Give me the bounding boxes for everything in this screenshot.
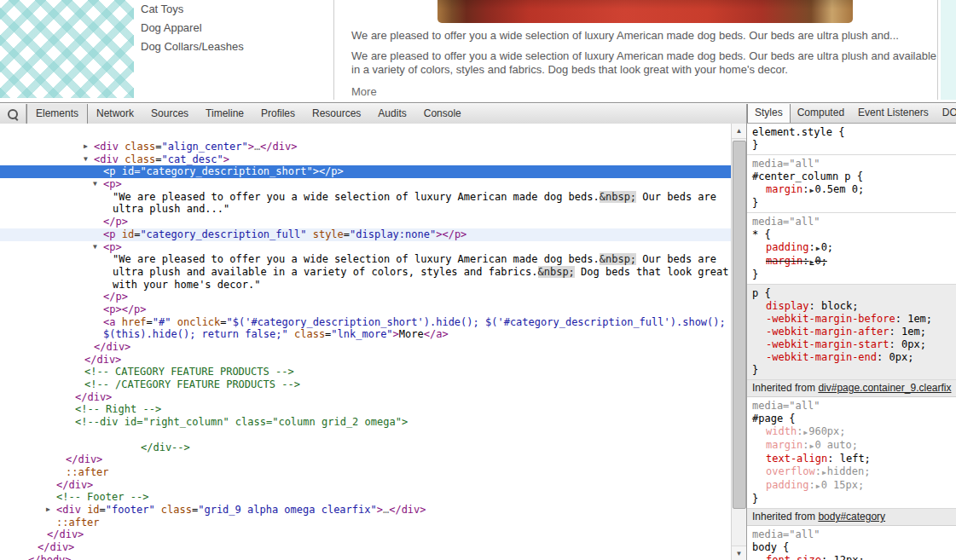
tree-row[interactable]: ultra plush and available in a variety o… — [0, 266, 731, 279]
code-segment: style — [313, 228, 344, 240]
tree-row[interactable]: <!-- CATEGORY FEATURE PRODUCTS --> — [0, 366, 731, 378]
inherited-node-link[interactable]: body#category — [818, 511, 885, 522]
tree-row[interactable]: with your home's decor." — [0, 279, 731, 292]
devtools-tab-console[interactable]: Console — [415, 104, 470, 124]
tree-row[interactable]: <p id="category_description_short"></p> — [0, 165, 731, 178]
expand-value-icon[interactable]: ▶ — [815, 482, 821, 490]
code-segment: &nbsp; — [600, 191, 636, 203]
tree-row[interactable]: </p> — [0, 291, 731, 303]
devtools-tab-profiles[interactable]: Profiles — [252, 104, 304, 124]
css-property[interactable]: display: block; — [752, 300, 956, 313]
css-property[interactable]: text-align: left; — [752, 453, 956, 465]
code-segment: href — [122, 316, 147, 328]
scrollbar-thumb[interactable] — [733, 141, 746, 509]
css-property-value: 0.5em 0; — [814, 183, 864, 195]
devtools-tab-resources[interactable]: Resources — [304, 104, 369, 124]
devtools-tab-elements[interactable]: Elements — [26, 104, 88, 124]
devtools-tab-network[interactable]: Network — [88, 104, 142, 124]
scroll-up-icon[interactable]: ▲ — [732, 124, 746, 139]
css-property[interactable]: -webkit-margin-end: 0px; — [752, 351, 956, 364]
tree-row[interactable] — [0, 429, 731, 442]
tree-row[interactable]: <p id="category_description_full" style=… — [0, 228, 731, 241]
css-property[interactable]: padding:▶0; — [752, 241, 956, 255]
css-property[interactable]: margin:▶0 auto; — [752, 439, 956, 453]
collapse-arrow-icon[interactable]: ▼ — [93, 241, 97, 254]
sidebar-tab-computed[interactable]: Computed — [791, 104, 851, 123]
tree-row[interactable]: </div> — [0, 479, 731, 492]
css-property[interactable]: -webkit-margin-start: 0px; — [752, 338, 956, 351]
css-property[interactable]: font-size: 12px; — [752, 554, 956, 560]
css-property[interactable]: padding:▶0 15px; — [752, 479, 956, 493]
nav-link-dog-collars-leashes[interactable]: Dog Collars/Leashes — [141, 38, 244, 57]
more-link[interactable]: More — [351, 85, 377, 99]
expand-arrow-icon[interactable]: ▶ — [84, 141, 88, 153]
css-selector[interactable]: element.style { — [752, 126, 956, 139]
tree-row[interactable]: <!-- Footer --> — [0, 491, 731, 504]
css-property[interactable]: margin:▶0; — [752, 255, 956, 268]
elements-scrollbar[interactable]: ▲ ▼ — [731, 124, 746, 560]
collapse-arrow-icon[interactable]: ▼ — [84, 153, 88, 166]
tree-row[interactable]: ultra plush and..." — [0, 203, 731, 216]
devtools-tab-sources[interactable]: Sources — [142, 104, 197, 124]
code-segment: </div> — [47, 528, 84, 540]
code-segment — [306, 228, 312, 240]
tree-row[interactable]: </div> — [0, 341, 731, 354]
tree-row[interactable]: "We are pleased to offer you a wide sele… — [0, 191, 731, 204]
tree-row[interactable]: ▼<p> — [0, 178, 731, 191]
code-segment: <div — [94, 141, 125, 153]
browser-page: Cat ToysDog ApparelDog Collars/Leashes W… — [0, 0, 956, 103]
tree-row[interactable]: $(this).hide(); return false;" class="ln… — [0, 328, 731, 341]
tree-row[interactable]: "We are pleased to offer you a wide sele… — [0, 253, 731, 266]
code-segment: id — [122, 228, 134, 240]
code-segment: ::after — [56, 517, 100, 528]
tree-row[interactable]: </body> — [0, 554, 731, 560]
css-selector[interactable]: body { — [752, 541, 956, 554]
tree-row[interactable]: </div> — [0, 354, 731, 367]
sidebar-tab-event-listeners[interactable]: Event Listeners — [851, 104, 936, 123]
tree-row[interactable]: ▶<div class="align_center">…</div> — [0, 141, 731, 153]
devtools-panel: ElementsNetworkSourcesTimelineProfilesRe… — [0, 102, 956, 560]
sidebar-tab-styles[interactable]: Styles — [747, 104, 791, 123]
css-property[interactable]: overflow:▶hidden; — [752, 465, 956, 479]
tree-row[interactable]: </p> — [0, 216, 731, 228]
tree-row[interactable]: </div> — [0, 391, 731, 404]
css-property-name: -webkit-margin-before — [766, 313, 895, 325]
tree-row[interactable]: ▶<div id="footer" class="grid_9 alpha om… — [0, 504, 731, 517]
tree-row[interactable]: <!--div id="right_column" class="column … — [0, 416, 731, 429]
css-selector[interactable]: #page { — [752, 413, 956, 425]
tree-row[interactable]: ::after — [0, 517, 731, 529]
code-segment: "category_description_short" — [140, 165, 312, 177]
tree-row[interactable]: </div> — [0, 541, 731, 554]
nav-link-cat-toys[interactable]: Cat Toys — [141, 1, 244, 20]
css-rule-close: } — [752, 197, 956, 210]
css-selector[interactable]: p { — [752, 287, 956, 300]
tree-row[interactable]: ▼<div class="cat_desc"> — [0, 153, 731, 166]
inherited-node-link[interactable]: div#page.container_9.clearfix — [818, 382, 951, 394]
devtools-tab-audits[interactable]: Audits — [369, 104, 414, 124]
tree-row[interactable]: </div> — [0, 453, 731, 466]
inspect-search-button[interactable] — [0, 104, 26, 124]
tree-row[interactable]: ::after — [0, 466, 731, 479]
tree-row[interactable]: <!-- Right --> — [0, 403, 731, 416]
nav-link-dog-apparel[interactable]: Dog Apparel — [141, 20, 244, 38]
expand-value-icon[interactable]: ▶ — [815, 245, 821, 252]
devtools-tab-timeline[interactable]: Timeline — [197, 104, 252, 124]
expand-arrow-icon[interactable]: ▶ — [46, 504, 50, 517]
scroll-down-icon[interactable]: ▼ — [732, 546, 746, 560]
css-selector[interactable]: * { — [752, 228, 956, 241]
tree-row[interactable]: <p></p> — [0, 303, 731, 316]
tree-row[interactable]: ▼<p> — [0, 241, 731, 254]
tree-row[interactable]: <!-- /CATEGORY FEATURE PRODUCTS --> — [0, 378, 731, 391]
sidebar-tab-dom-breakpoints[interactable]: DOM Breakpoints — [936, 104, 956, 123]
expand-value-icon[interactable]: ▶ — [821, 469, 827, 476]
css-property[interactable]: margin:▶0.5em 0; — [752, 183, 956, 197]
css-property[interactable]: -webkit-margin-before: 1em; — [752, 313, 956, 326]
css-property-name: -webkit-margin-start — [766, 338, 889, 350]
tree-row[interactable]: </div--> — [0, 442, 731, 454]
tree-row[interactable]: </div> — [0, 528, 731, 541]
tree-row[interactable]: <a href="#" onclick="$('#category_descri… — [0, 316, 731, 329]
css-selector[interactable]: #center_column p { — [752, 170, 956, 183]
css-property[interactable]: -webkit-margin-after: 1em; — [752, 326, 956, 338]
collapse-arrow-icon[interactable]: ▼ — [93, 178, 97, 191]
css-property[interactable]: width:▶960px; — [752, 425, 956, 439]
